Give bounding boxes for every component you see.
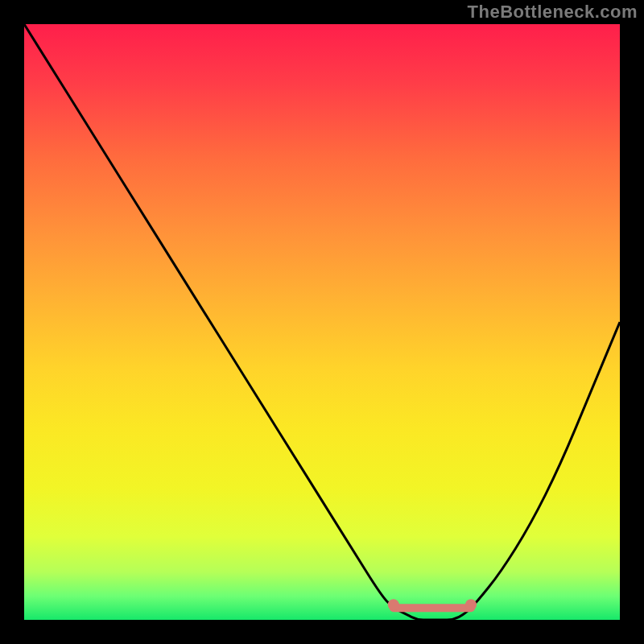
curve-line bbox=[24, 24, 620, 620]
optimal-range-start-dot bbox=[388, 599, 399, 610]
attribution-text: TheBottleneck.com bbox=[468, 2, 638, 23]
bottleneck-curve bbox=[24, 24, 620, 620]
chart-frame: TheBottleneck.com bbox=[0, 0, 644, 644]
plot-area bbox=[24, 24, 620, 620]
optimal-range-end-dot bbox=[465, 599, 477, 610]
